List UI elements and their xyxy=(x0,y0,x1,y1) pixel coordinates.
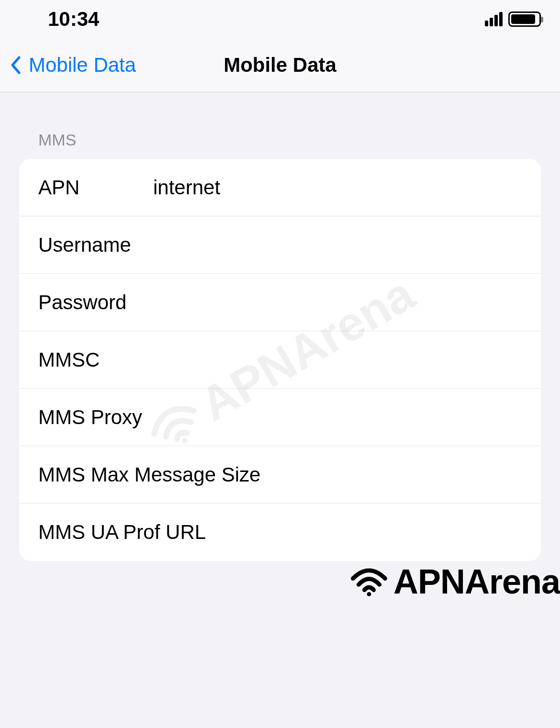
apn-input[interactable] xyxy=(153,176,522,199)
mms-max-size-row[interactable]: MMS Max Message Size xyxy=(19,446,541,504)
navigation-header: Mobile Data Mobile Data xyxy=(0,38,560,92)
mms-proxy-row[interactable]: MMS Proxy xyxy=(19,389,541,446)
mmsc-row[interactable]: MMSC xyxy=(19,331,541,389)
footer-brand-logo: APNArena xyxy=(348,562,560,601)
password-input[interactable] xyxy=(153,291,522,314)
mms-ua-prof-label: MMS UA Prof URL xyxy=(38,521,522,544)
footer-brand-text: APNArena xyxy=(393,562,560,601)
password-row[interactable]: Password xyxy=(19,274,541,331)
mmsc-label: MMSC xyxy=(38,348,153,371)
wifi-icon xyxy=(348,566,390,597)
mmsc-input[interactable] xyxy=(153,348,522,371)
mms-max-size-label: MMS Max Message Size xyxy=(38,463,522,486)
section-header-mms: MMS xyxy=(0,92,560,159)
cellular-signal-icon xyxy=(485,12,503,26)
back-button[interactable]: Mobile Data xyxy=(0,54,136,77)
status-indicators xyxy=(485,11,541,27)
page-title: Mobile Data xyxy=(224,54,336,77)
username-label: Username xyxy=(38,234,153,257)
status-bar: 10:34 xyxy=(0,0,560,38)
mms-settings-group: APN Username Password MMSC MMS Proxy MMS… xyxy=(19,159,541,561)
mms-proxy-input[interactable] xyxy=(269,406,522,429)
battery-icon xyxy=(508,11,541,27)
status-time: 10:34 xyxy=(48,8,99,31)
mms-proxy-label: MMS Proxy xyxy=(38,406,269,429)
mms-ua-prof-row[interactable]: MMS UA Prof URL xyxy=(19,504,541,561)
apn-label: APN xyxy=(38,176,153,199)
password-label: Password xyxy=(38,291,153,314)
svg-point-1 xyxy=(367,592,371,596)
username-input[interactable] xyxy=(153,234,522,257)
chevron-left-icon xyxy=(10,56,21,75)
apn-row[interactable]: APN xyxy=(19,159,541,216)
back-label: Mobile Data xyxy=(29,54,136,77)
username-row[interactable]: Username xyxy=(19,216,541,274)
